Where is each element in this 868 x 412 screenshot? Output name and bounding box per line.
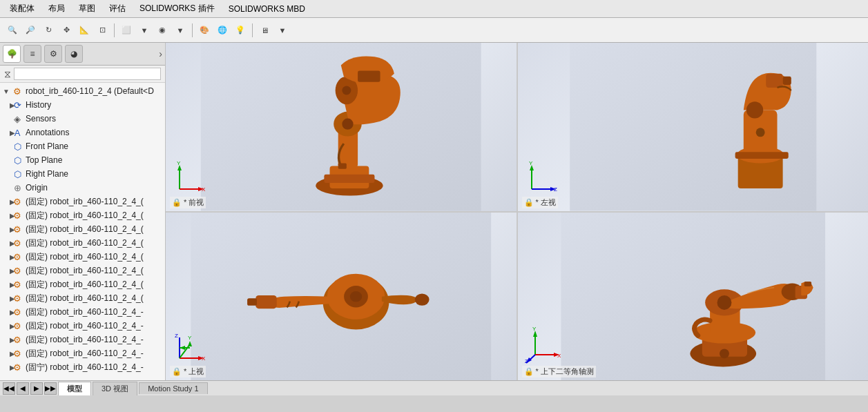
nav-first[interactable]: ◀◀ [3, 382, 15, 395]
tab-motion-study[interactable]: Motion Study 1 [139, 382, 207, 394]
robot-left-view [518, 43, 869, 211]
menu-sketch[interactable]: 草图 [72, 1, 102, 16]
menu-sw-plugin[interactable]: SOLIDWORKS 插件 [133, 1, 222, 16]
tree-item-part9[interactable]: ▶ ⚙ (固定) robot_irb_460-110_2_4_- [0, 305, 165, 319]
robot-front-view [166, 43, 517, 211]
svg-point-25 [755, 128, 764, 137]
icon-part8: ⚙ [11, 292, 23, 304]
tree-root[interactable]: ▼ ⚙ robot_irb_460-110_2_4 (Default<D [0, 84, 165, 98]
tree-item-part12[interactable]: ▶ ⚙ (固定) robot_irb_460-110_2_4_- [0, 346, 165, 360]
robot-top-view [166, 213, 517, 381]
viewport-isometric[interactable]: X Y Z 🔒 * 上下二等角轴测 [518, 213, 869, 381]
tree-item-part5[interactable]: ▶ ⚙ (固定) robot_irb_460-110_2_4_( [0, 250, 165, 264]
tree-item-part2[interactable]: ▶ ⚙ (固定) robot_irb_460-110_2_4_( [0, 208, 165, 222]
icon-origin: ⊕ [11, 182, 23, 194]
nav-next[interactable]: ▶ [30, 382, 43, 395]
top-view-label: * 上视 [184, 367, 204, 375]
screen-btn[interactable]: 🖥 [256, 22, 273, 39]
zoom-btn[interactable]: 🔎 [22, 22, 39, 39]
menu-assembly[interactable]: 装配体 [3, 1, 41, 16]
icon-front-plane: ⬡ [11, 140, 23, 153]
tree-item-right-plane[interactable]: ⬡ Right Plane [0, 167, 165, 181]
tree-item-part3[interactable]: ▶ ⚙ (固定) robot_irb_460-110_2_4_( [0, 222, 165, 236]
view-cube-btn[interactable]: ⬜ [118, 22, 135, 39]
arrow-part3: ▶ [3, 226, 11, 233]
tab-properties[interactable]: ≡ [23, 45, 41, 63]
bottom-tabs-bar: ◀◀ ◀ ▶ ▶▶ 模型 3D 视图 Motion Study 1 [0, 380, 868, 395]
icon-part2: ⚙ [11, 209, 23, 222]
icon-part5: ⚙ [11, 251, 23, 263]
svg-text:X: X [557, 353, 561, 359]
pan-btn[interactable]: ✥ [58, 22, 75, 39]
lights-btn[interactable]: 💡 [232, 22, 249, 39]
viewport-left[interactable]: Z Y 🔒 * 左视 [518, 43, 869, 211]
sep1 [114, 23, 115, 37]
tree-item-part8[interactable]: ▶ ⚙ (固定) robot_irb_460-110_2_4_( [0, 291, 165, 305]
label-part12: (固定) robot_irb_460-110_2_4_- [26, 348, 144, 360]
nav-last[interactable]: ▶▶ [44, 382, 57, 395]
tab-feature-tree[interactable]: 🌳 [3, 45, 21, 63]
tree-item-part4[interactable]: ▶ ⚙ (固定) robot_irb_460-110_2_4_( [0, 236, 165, 250]
tree-item-part10[interactable]: ▶ ⚙ (固定) robot_irb_460-110_2_4_- [0, 319, 165, 333]
svg-text:Z: Z [175, 333, 178, 339]
svg-rect-21 [766, 74, 782, 88]
svg-rect-9 [338, 164, 347, 169]
tree-item-origin[interactable]: ⊕ Origin [0, 181, 165, 195]
status-nav: ◀◀ ◀ ▶ ▶▶ [3, 382, 57, 395]
tree-items-container: ▶ ⟳ History ◈ Sensors ▶ A Annotations ⬡ … [0, 98, 165, 374]
menu-sw-mbd[interactable]: SOLIDWORKS MBD [222, 3, 312, 15]
menu-layout[interactable]: 布局 [41, 1, 72, 16]
filter-input[interactable] [14, 68, 161, 80]
svg-point-7 [342, 86, 351, 95]
tab-appearance[interactable]: ◕ [65, 45, 83, 63]
menu-evaluate[interactable]: 评估 [102, 1, 133, 16]
icon-part4: ⚙ [11, 237, 23, 249]
view-dropdown[interactable]: ▼ [136, 22, 153, 39]
tree-item-front-plane[interactable]: ⬡ Front Plane [0, 139, 165, 153]
tab-config[interactable]: ⚙ [44, 45, 62, 63]
render-btn[interactable]: 🎨 [196, 22, 213, 39]
search-btn[interactable]: 🔍 [4, 22, 21, 39]
arrow-part7: ▶ [3, 281, 11, 288]
display-dropdown[interactable]: ▼ [172, 22, 189, 39]
svg-point-39 [350, 291, 362, 302]
rotate-btn[interactable]: ↻ [40, 22, 57, 39]
label-part4: (固定) robot_irb_460-110_2_4_( [26, 237, 144, 249]
tree-item-sensors[interactable]: ◈ Sensors [0, 112, 165, 126]
svg-rect-22 [782, 77, 791, 85]
tab-model[interactable]: 模型 [58, 382, 91, 395]
tree-item-part6[interactable]: ▶ ⚙ (固定) robot_irb_460-110_2_4_( [0, 264, 165, 277]
root-label: robot_irb_460-110_2_4 (Default<D [26, 86, 154, 96]
viewport-top-label: 🔒 * 上视 [170, 366, 206, 377]
measure-btn[interactable]: 📐 [76, 22, 93, 39]
tree-item-part7[interactable]: ▶ ⚙ (固定) robot_irb_460-110_2_4_( [0, 277, 165, 291]
section-btn[interactable]: ⊡ [94, 22, 110, 39]
svg-rect-58 [804, 282, 811, 286]
tree-item-part11[interactable]: ▶ ⚙ (固定) robot_irb_460-110_2_4_- [0, 333, 165, 346]
display-btn[interactable]: ◉ [154, 22, 171, 39]
tree-item-top-plane[interactable]: ⬡ Top Plane [0, 153, 165, 167]
viewport-top[interactable]: X Y Z 🔒 * 上视 [166, 213, 517, 381]
arrow-part10: ▶ [3, 322, 11, 330]
tab-3d-view[interactable]: 3D 视图 [93, 382, 137, 395]
lock-icon-iso: 🔒 [524, 367, 534, 375]
icon-top-plane: ⬡ [11, 154, 23, 166]
sidebar-expand-arrow[interactable]: › [159, 48, 162, 59]
arrow-part11: ▶ [3, 336, 11, 344]
arrow-part1: ▶ [3, 198, 11, 206]
viewport-front[interactable]: X Y 🔒 * 前视 [166, 43, 517, 211]
label-history: History [26, 100, 51, 110]
arrow-history: ▶ [3, 101, 11, 109]
nav-prev[interactable]: ◀ [17, 382, 29, 395]
screen-dropdown[interactable]: ▼ [274, 22, 291, 39]
root-icon: ⚙ [11, 85, 23, 97]
icon-part13: ⚙ [11, 361, 23, 373]
tree-item-history[interactable]: ▶ ⟳ History [0, 98, 165, 112]
sep2 [192, 23, 193, 37]
label-sensors: Sensors [26, 114, 56, 124]
tree-item-part1[interactable]: ▶ ⚙ (固定) robot_irb_460-110_2_4_( [0, 195, 165, 208]
svg-text:Y: Y [188, 335, 192, 341]
tree-item-part13[interactable]: ▶ ⚙ (固宁) robot_irb_460-110_2_4_- [0, 360, 165, 374]
scene-btn[interactable]: 🌐 [214, 22, 231, 39]
tree-item-annotations[interactable]: ▶ A Annotations [0, 126, 165, 139]
